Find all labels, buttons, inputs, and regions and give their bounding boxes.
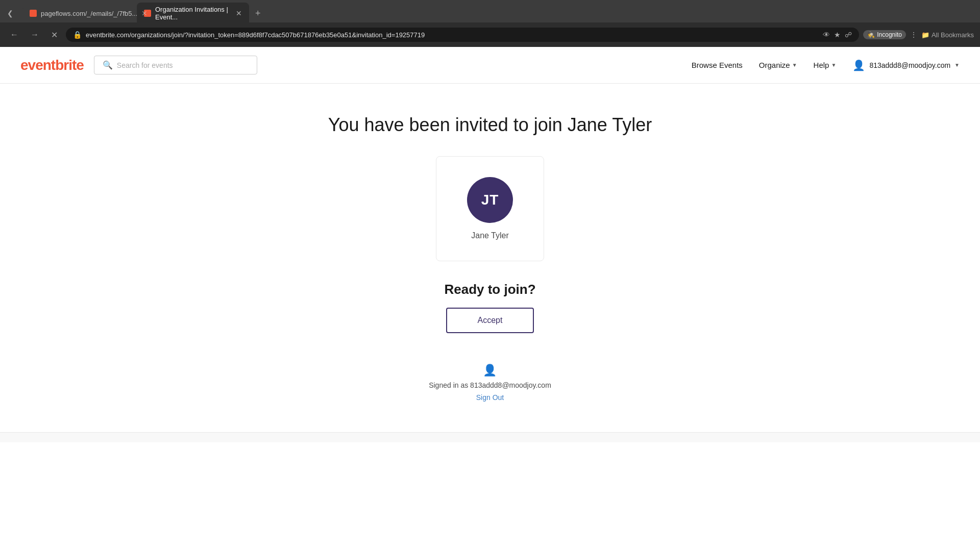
reading-mode-icon[interactable]: 👁 (823, 31, 830, 39)
browser-tab-bar: ❮ pageflows.com/_/emails/_/7fb5... ✕ Org… (0, 0, 980, 22)
help-link[interactable]: Help ▼ (814, 61, 837, 69)
split-view-icon[interactable]: ☍ (845, 31, 852, 39)
browser-toolbar: ← → ✕ 🔒 eventbrite.com/organizations/joi… (0, 22, 980, 47)
organize-label: Organize (759, 61, 790, 69)
new-tab-button[interactable]: + (251, 6, 265, 21)
eventbrite-logo[interactable]: eventbrite (20, 57, 84, 73)
sign-out-link[interactable]: Sign Out (476, 393, 504, 402)
tab-1-favicon (30, 10, 37, 17)
tab-nav-left[interactable]: ❮ (4, 7, 16, 19)
bookmarks-label: All Bookmarks (932, 31, 974, 39)
browse-events-label: Browse Events (692, 61, 743, 69)
bookmarks-folder-icon: 📁 (921, 31, 929, 39)
footer-info: 👤 Signed in as 813addd8@moodjoy.com Sign… (429, 364, 551, 402)
ready-to-join-text: Ready to join? (444, 282, 535, 297)
address-icons: 👁 ★ ☍ (823, 31, 852, 39)
bookmarks-button[interactable]: 📁 All Bookmarks (921, 31, 974, 39)
forward-button[interactable]: → (27, 28, 43, 41)
search-container[interactable]: 🔍 Search for events (94, 56, 257, 74)
search-input-placeholder: Search for events (117, 61, 173, 69)
main-content: You have been invited to join Jane Tyler… (0, 84, 980, 432)
invite-title: You have been invited to join Jane Tyler (328, 114, 652, 136)
accept-button-label: Accept (478, 316, 503, 324)
site-header: eventbrite 🔍 Search for events Browse Ev… (0, 47, 980, 84)
page-bottom-bar (0, 432, 980, 442)
back-button[interactable]: ← (6, 28, 22, 41)
browser-tab-1[interactable]: pageflows.com/_/emails/_/7fb5... ✕ (22, 6, 135, 20)
accept-button[interactable]: Accept (446, 308, 534, 333)
org-name: Jane Tyler (471, 231, 509, 240)
browse-events-link[interactable]: Browse Events (692, 61, 743, 69)
search-icon: 🔍 (103, 60, 113, 70)
incognito-icon: 🕵️ (867, 31, 875, 38)
incognito-badge: 🕵️ Incognito (863, 30, 906, 39)
tab-2-close[interactable]: ✕ (236, 9, 242, 17)
tab-1-close[interactable]: ✕ (141, 9, 148, 17)
tab-nav-buttons: ❮ (4, 7, 16, 19)
logo-text: eventbrite (20, 57, 84, 73)
organize-link[interactable]: Organize ▼ (759, 61, 797, 69)
org-initials: JT (481, 192, 499, 208)
user-chevron-icon: ▼ (954, 62, 960, 68)
browser-tab-2[interactable]: Organization Invitations | Event... ✕ (137, 3, 249, 24)
bookmark-icon[interactable]: ★ (834, 31, 841, 39)
help-chevron-icon: ▼ (831, 62, 836, 68)
org-card: JT Jane Tyler (436, 156, 544, 261)
incognito-label: Incognito (877, 31, 902, 38)
toolbar-right: 🕵️ Incognito ⋮ (863, 30, 917, 39)
browser-chrome: ❮ pageflows.com/_/emails/_/7fb5... ✕ Org… (0, 0, 980, 47)
reload-button[interactable]: ✕ (47, 28, 62, 42)
main-nav: Browse Events Organize ▼ Help ▼ 👤 813add… (692, 59, 960, 71)
user-avatar-icon: 👤 (852, 59, 865, 71)
tab-1-label: pageflows.com/_/emails/_/7fb5... (41, 10, 137, 17)
organize-chevron-icon: ▼ (792, 62, 797, 68)
user-section[interactable]: 👤 813addd8@moodjoy.com ▼ (852, 59, 960, 71)
signed-in-text: Signed in as 813addd8@moodjoy.com (429, 381, 551, 389)
security-icon: 🔒 (73, 31, 82, 39)
address-bar[interactable]: 🔒 eventbrite.com/organizations/join/?inv… (66, 28, 859, 42)
footer-user-icon: 👤 (483, 364, 497, 377)
help-label: Help (814, 61, 829, 69)
more-options-icon[interactable]: ⋮ (910, 31, 917, 39)
user-email: 813addd8@moodjoy.com (869, 61, 950, 69)
org-avatar: JT (467, 177, 513, 223)
tab-2-label: Organization Invitations | Event... (155, 6, 232, 21)
address-text: eventbrite.com/organizations/join/?invit… (86, 31, 819, 39)
